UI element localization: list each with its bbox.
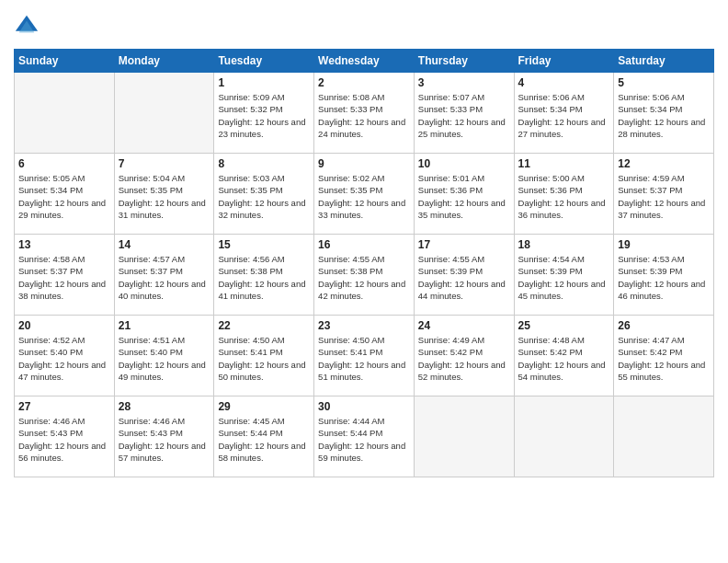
weekday-header-saturday: Saturday	[614, 50, 714, 73]
calendar-cell: 2Sunrise: 5:08 AMSunset: 5:33 PMDaylight…	[314, 73, 415, 154]
day-number: 26	[618, 319, 710, 332]
day-number: 9	[318, 157, 410, 170]
day-info: Sunrise: 4:45 AMSunset: 5:44 PMDaylight:…	[218, 415, 310, 464]
day-number: 12	[618, 157, 710, 170]
weekday-header-monday: Monday	[114, 50, 214, 73]
day-number: 3	[418, 76, 510, 89]
calendar-cell: 28Sunrise: 4:46 AMSunset: 5:43 PMDayligh…	[114, 396, 214, 477]
day-info: Sunrise: 5:03 AMSunset: 5:35 PMDaylight:…	[218, 172, 310, 221]
calendar-cell	[614, 396, 714, 477]
day-info: Sunrise: 4:53 AMSunset: 5:39 PMDaylight:…	[618, 253, 710, 302]
calendar-cell	[114, 73, 214, 154]
calendar-table: SundayMondayTuesdayWednesdayThursdayFrid…	[14, 49, 714, 477]
calendar-cell: 16Sunrise: 4:55 AMSunset: 5:38 PMDayligh…	[314, 235, 415, 316]
day-number: 13	[18, 238, 110, 251]
day-number: 10	[418, 157, 510, 170]
weekday-header-sunday: Sunday	[15, 50, 115, 73]
day-info: Sunrise: 4:55 AMSunset: 5:38 PMDaylight:…	[318, 253, 410, 302]
day-number: 4	[518, 76, 610, 89]
day-number: 22	[218, 319, 310, 332]
day-info: Sunrise: 5:02 AMSunset: 5:35 PMDaylight:…	[318, 172, 410, 221]
calendar-cell: 18Sunrise: 4:54 AMSunset: 5:39 PMDayligh…	[514, 235, 614, 316]
day-number: 17	[418, 238, 510, 251]
calendar-page: SundayMondayTuesdayWednesdayThursdayFrid…	[0, 0, 728, 563]
calendar-cell: 1Sunrise: 5:09 AMSunset: 5:32 PMDaylight…	[214, 73, 314, 154]
day-info: Sunrise: 4:49 AMSunset: 5:42 PMDaylight:…	[418, 334, 510, 383]
calendar-cell: 10Sunrise: 5:01 AMSunset: 5:36 PMDayligh…	[414, 154, 514, 235]
calendar-cell: 14Sunrise: 4:57 AMSunset: 5:37 PMDayligh…	[114, 235, 214, 316]
day-info: Sunrise: 5:05 AMSunset: 5:34 PMDaylight:…	[18, 172, 110, 221]
calendar-cell: 29Sunrise: 4:45 AMSunset: 5:44 PMDayligh…	[214, 396, 314, 477]
day-number: 16	[318, 238, 410, 251]
calendar-cell: 22Sunrise: 4:50 AMSunset: 5:41 PMDayligh…	[214, 316, 314, 396]
day-number: 7	[119, 157, 210, 170]
day-info: Sunrise: 4:44 AMSunset: 5:44 PMDaylight:…	[318, 415, 410, 464]
day-info: Sunrise: 5:08 AMSunset: 5:33 PMDaylight:…	[318, 91, 410, 140]
calendar-week-row: 13Sunrise: 4:58 AMSunset: 5:37 PMDayligh…	[15, 235, 714, 316]
day-number: 27	[18, 400, 110, 413]
calendar-cell: 17Sunrise: 4:55 AMSunset: 5:39 PMDayligh…	[414, 235, 514, 316]
calendar-cell: 12Sunrise: 4:59 AMSunset: 5:37 PMDayligh…	[614, 154, 714, 235]
calendar-cell: 3Sunrise: 5:07 AMSunset: 5:33 PMDaylight…	[414, 73, 514, 154]
calendar-cell: 20Sunrise: 4:52 AMSunset: 5:40 PMDayligh…	[15, 316, 115, 396]
day-info: Sunrise: 4:46 AMSunset: 5:43 PMDaylight:…	[18, 415, 110, 464]
weekday-header-thursday: Thursday	[414, 50, 514, 73]
calendar-cell: 24Sunrise: 4:49 AMSunset: 5:42 PMDayligh…	[414, 316, 514, 396]
calendar-cell: 21Sunrise: 4:51 AMSunset: 5:40 PMDayligh…	[114, 316, 214, 396]
calendar-cell: 27Sunrise: 4:46 AMSunset: 5:43 PMDayligh…	[15, 396, 115, 477]
day-number: 11	[518, 157, 610, 170]
day-number: 8	[218, 157, 310, 170]
calendar-cell: 15Sunrise: 4:56 AMSunset: 5:38 PMDayligh…	[214, 235, 314, 316]
day-info: Sunrise: 5:09 AMSunset: 5:32 PMDaylight:…	[218, 91, 310, 140]
day-number: 25	[518, 319, 610, 332]
day-number: 30	[318, 400, 410, 413]
logo	[14, 14, 41, 40]
day-info: Sunrise: 5:06 AMSunset: 5:34 PMDaylight:…	[618, 91, 710, 140]
day-info: Sunrise: 4:50 AMSunset: 5:41 PMDaylight:…	[318, 334, 410, 383]
day-info: Sunrise: 4:59 AMSunset: 5:37 PMDaylight:…	[618, 172, 710, 221]
day-info: Sunrise: 4:47 AMSunset: 5:42 PMDaylight:…	[618, 334, 710, 383]
day-info: Sunrise: 4:46 AMSunset: 5:43 PMDaylight:…	[119, 415, 210, 464]
calendar-cell: 6Sunrise: 5:05 AMSunset: 5:34 PMDaylight…	[15, 154, 115, 235]
calendar-week-row: 1Sunrise: 5:09 AMSunset: 5:32 PMDaylight…	[15, 73, 714, 154]
day-info: Sunrise: 5:07 AMSunset: 5:33 PMDaylight:…	[418, 91, 510, 140]
calendar-cell	[15, 73, 115, 154]
calendar-week-row: 6Sunrise: 5:05 AMSunset: 5:34 PMDaylight…	[15, 154, 714, 235]
calendar-cell: 13Sunrise: 4:58 AMSunset: 5:37 PMDayligh…	[15, 235, 115, 316]
day-info: Sunrise: 4:52 AMSunset: 5:40 PMDaylight:…	[18, 334, 110, 383]
day-number: 18	[518, 238, 610, 251]
calendar-cell: 26Sunrise: 4:47 AMSunset: 5:42 PMDayligh…	[614, 316, 714, 396]
day-info: Sunrise: 4:56 AMSunset: 5:38 PMDaylight:…	[218, 253, 310, 302]
calendar-cell: 25Sunrise: 4:48 AMSunset: 5:42 PMDayligh…	[514, 316, 614, 396]
calendar-cell: 7Sunrise: 5:04 AMSunset: 5:35 PMDaylight…	[114, 154, 214, 235]
day-number: 19	[618, 238, 710, 251]
day-info: Sunrise: 4:51 AMSunset: 5:40 PMDaylight:…	[119, 334, 210, 383]
day-info: Sunrise: 4:55 AMSunset: 5:39 PMDaylight:…	[418, 253, 510, 302]
day-info: Sunrise: 4:48 AMSunset: 5:42 PMDaylight:…	[518, 334, 610, 383]
calendar-cell	[514, 396, 614, 477]
day-number: 23	[318, 319, 410, 332]
calendar-cell: 5Sunrise: 5:06 AMSunset: 5:34 PMDaylight…	[614, 73, 714, 154]
day-number: 14	[119, 238, 210, 251]
weekday-header-friday: Friday	[514, 50, 614, 73]
header	[14, 14, 714, 40]
calendar-cell: 4Sunrise: 5:06 AMSunset: 5:34 PMDaylight…	[514, 73, 614, 154]
day-number: 29	[218, 400, 310, 413]
weekday-header-wednesday: Wednesday	[314, 50, 415, 73]
logo-icon	[14, 14, 40, 40]
calendar-cell: 9Sunrise: 5:02 AMSunset: 5:35 PMDaylight…	[314, 154, 415, 235]
day-info: Sunrise: 4:58 AMSunset: 5:37 PMDaylight:…	[18, 253, 110, 302]
day-number: 6	[18, 157, 110, 170]
calendar-week-row: 27Sunrise: 4:46 AMSunset: 5:43 PMDayligh…	[15, 396, 714, 477]
calendar-cell: 11Sunrise: 5:00 AMSunset: 5:36 PMDayligh…	[514, 154, 614, 235]
calendar-cell: 30Sunrise: 4:44 AMSunset: 5:44 PMDayligh…	[314, 396, 415, 477]
calendar-week-row: 20Sunrise: 4:52 AMSunset: 5:40 PMDayligh…	[15, 316, 714, 396]
day-number: 1	[218, 76, 310, 89]
day-number: 24	[418, 319, 510, 332]
day-number: 28	[119, 400, 210, 413]
calendar-cell: 8Sunrise: 5:03 AMSunset: 5:35 PMDaylight…	[214, 154, 314, 235]
calendar-cell: 23Sunrise: 4:50 AMSunset: 5:41 PMDayligh…	[314, 316, 415, 396]
day-info: Sunrise: 4:57 AMSunset: 5:37 PMDaylight:…	[119, 253, 210, 302]
weekday-header-tuesday: Tuesday	[214, 50, 314, 73]
calendar-cell	[414, 396, 514, 477]
